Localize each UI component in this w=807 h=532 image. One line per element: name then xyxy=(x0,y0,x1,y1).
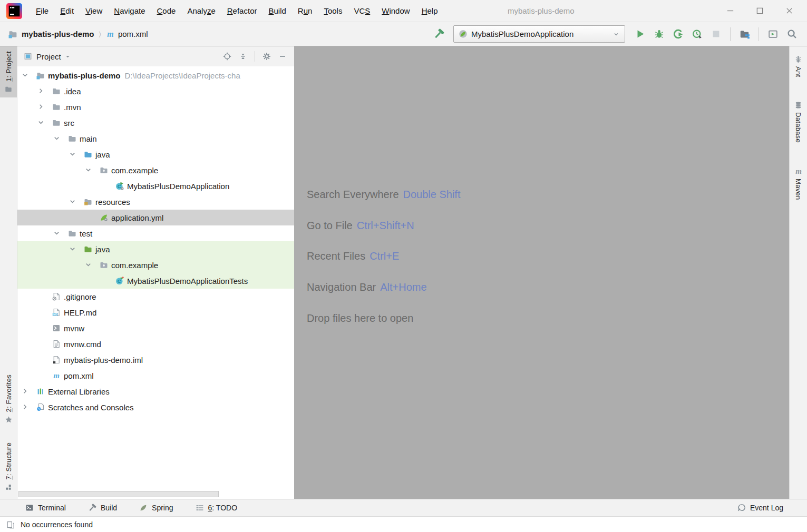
maven-file-icon: m xyxy=(106,29,115,38)
tree-row[interactable]: com.example xyxy=(17,257,294,273)
tool-window-button-terminal[interactable]: Terminal xyxy=(25,504,66,512)
tree-item-label: mvnw xyxy=(64,324,84,333)
tree-row[interactable]: application.yml xyxy=(17,210,294,225)
tool-stripe-tab-ant[interactable]: Ant xyxy=(790,51,807,82)
tool-stripe-tab-database[interactable]: Database xyxy=(790,96,807,147)
menu-file[interactable]: File xyxy=(30,0,54,22)
tree-row[interactable]: External Libraries xyxy=(17,383,294,399)
chevron-expanded-icon[interactable] xyxy=(69,198,77,206)
run-button[interactable] xyxy=(635,29,645,39)
shortcut-label: Search Everywhere xyxy=(307,189,399,201)
close-button[interactable] xyxy=(774,0,804,22)
tree-item-label: MybatisPlusDemoApplication xyxy=(127,182,229,191)
maximize-button[interactable] xyxy=(745,0,774,22)
tree-item-label: Scratches and Consoles xyxy=(48,403,134,412)
menu-help[interactable]: Help xyxy=(416,0,444,22)
hide-icon[interactable] xyxy=(278,52,287,61)
tree-row[interactable]: CMybatisPlusDemoApplicationTests xyxy=(17,273,294,289)
tree-row[interactable]: .idea xyxy=(17,83,294,99)
menu-refactor[interactable]: Refactor xyxy=(221,0,263,22)
tree-row[interactable]: CMybatisPlusDemoApplication xyxy=(17,178,294,194)
tree-row[interactable]: mpom.xml xyxy=(17,368,294,383)
maven-file-icon: m xyxy=(52,371,61,380)
chevron-collapsed-icon[interactable] xyxy=(21,403,30,411)
folder-test-icon xyxy=(84,245,92,253)
tool-window-button-todo[interactable]: 6: TODO xyxy=(196,504,238,512)
collapse-all-icon[interactable] xyxy=(239,52,247,61)
chevron-down-icon[interactable] xyxy=(64,53,71,60)
tree-row[interactable]: mvnw xyxy=(17,320,294,336)
menu-tools[interactable]: Tools xyxy=(318,0,348,22)
svg-text:m: m xyxy=(53,371,60,380)
tree-row[interactable]: resources xyxy=(17,194,294,210)
menu-view[interactable]: View xyxy=(80,0,108,22)
chevron-expanded-icon[interactable] xyxy=(69,245,77,253)
project-panel: Project mybatis-plus-demoD:\IdeaProjects… xyxy=(17,46,294,499)
tree-row[interactable]: mybatis-plus-demo.iml xyxy=(17,352,294,368)
minimize-button[interactable] xyxy=(715,0,745,22)
debug-button[interactable] xyxy=(654,29,664,39)
chevron-collapsed-icon[interactable] xyxy=(21,387,30,396)
tool-window-button-spring[interactable]: Spring xyxy=(139,504,173,512)
chevron-expanded-icon[interactable] xyxy=(21,71,30,80)
tree-item-label: MybatisPlusDemoApplicationTests xyxy=(127,277,248,285)
tool-window-button-eventlog[interactable]: Event Log xyxy=(737,504,783,512)
tool-stripe-tab-structure[interactable]: 7: Structure xyxy=(0,438,17,496)
tree-row[interactable]: com.example xyxy=(17,162,294,178)
menu-vcs[interactable]: VCS xyxy=(348,0,376,22)
tool-stripe-tab-project[interactable]: 1: Project xyxy=(0,46,17,97)
tree-item-path: D:\IdeaProjects\IdeaProjects-cha xyxy=(125,71,240,80)
shortcut-hint: Recent FilesCtrl+E xyxy=(307,241,461,272)
menu-window[interactable]: Window xyxy=(376,0,415,22)
profiler-button[interactable] xyxy=(692,29,702,39)
chevron-expanded-icon[interactable] xyxy=(84,166,93,174)
menu-code[interactable]: Code xyxy=(151,0,182,22)
tool-stripe-tab-maven[interactable]: mMaven xyxy=(790,162,807,205)
chevron-expanded-icon[interactable] xyxy=(69,150,77,159)
menu-analyze[interactable]: Analyze xyxy=(181,0,221,22)
shortcut-keys: Alt+Home xyxy=(380,281,426,293)
chevron-expanded-icon[interactable] xyxy=(37,119,45,127)
chevron-expanded-icon[interactable] xyxy=(53,229,61,238)
tree-row[interactable]: .gitignore xyxy=(17,289,294,304)
tree-row[interactable]: MDHELP.md xyxy=(17,304,294,320)
project-structure-button[interactable] xyxy=(740,29,750,39)
tree-item-label: java xyxy=(95,245,110,254)
tree-item-label: .idea xyxy=(64,87,81,96)
menu-edit[interactable]: Edit xyxy=(54,0,80,22)
settings-icon[interactable] xyxy=(262,52,271,61)
project-tool-icon xyxy=(5,85,12,93)
menu-run[interactable]: Run xyxy=(292,0,318,22)
locate-icon[interactable] xyxy=(223,52,231,61)
tool-stripe-tab-favorites[interactable]: 2: Favorites xyxy=(0,370,17,429)
build-project-button[interactable] xyxy=(433,28,444,40)
tree-row[interactable]: mybatis-plus-demoD:\IdeaProjects\IdeaPro… xyxy=(17,67,294,83)
search-everywhere-button[interactable] xyxy=(787,29,797,39)
project-panel-title[interactable]: Project xyxy=(36,52,61,61)
tree-row[interactable]: src xyxy=(17,115,294,131)
terminal-icon xyxy=(25,504,34,512)
run-configuration-select[interactable]: MybatisPlusDemoApplication xyxy=(453,25,625,43)
shortcut-hint: Go to FileCtrl+Shift+N xyxy=(307,210,461,241)
tree-row[interactable]: java xyxy=(17,241,294,257)
run-anything-button[interactable] xyxy=(768,29,778,39)
chevron-collapsed-icon[interactable] xyxy=(37,103,45,111)
tree-row[interactable]: main xyxy=(17,131,294,146)
breadcrumb-project[interactable]: mybatis-plus-demo xyxy=(22,29,94,38)
menu-build[interactable]: Build xyxy=(262,0,291,22)
tree-row[interactable]: java xyxy=(17,146,294,162)
breadcrumb-file[interactable]: pom.xml xyxy=(118,29,148,38)
stop-button[interactable] xyxy=(711,29,721,39)
menu-navigate[interactable]: Navigate xyxy=(108,0,151,22)
coverage-button[interactable] xyxy=(673,29,683,39)
tool-window-button-build[interactable]: Build xyxy=(88,504,117,512)
tree-row[interactable]: mvnw.cmd xyxy=(17,336,294,352)
chevron-expanded-icon[interactable] xyxy=(53,134,61,143)
tree-row[interactable]: .mvn xyxy=(17,99,294,115)
tree-row[interactable]: test xyxy=(17,225,294,241)
chevron-collapsed-icon[interactable] xyxy=(37,87,45,95)
tree-row[interactable]: Scratches and Consoles xyxy=(17,399,294,415)
chevron-expanded-icon[interactable] xyxy=(84,261,93,269)
shortcut-label: Navigation Bar xyxy=(307,281,376,293)
horizontal-scrollbar[interactable] xyxy=(18,491,219,497)
